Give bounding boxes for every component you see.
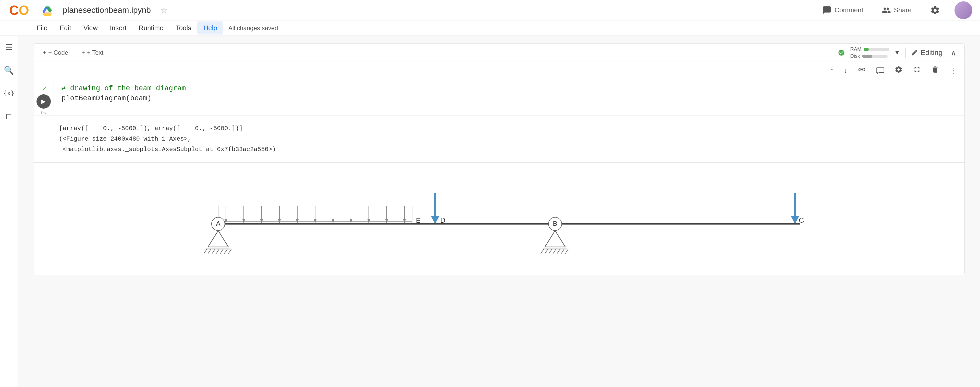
move-up-button[interactable]: ↑ [828, 65, 836, 76]
people-icon [882, 6, 891, 15]
sidebar: ☰ 🔍 {x} □ [0, 36, 18, 387]
svg-text:D: D [440, 216, 445, 224]
svg-marker-51 [791, 216, 799, 224]
sidebar-menu-icon[interactable]: ☰ [3, 41, 15, 54]
svg-line-43 [553, 249, 556, 254]
expand-cell-button[interactable] [910, 64, 924, 77]
toolbar-right: RAM Disk ▼ [838, 46, 959, 59]
svg-marker-15 [332, 219, 334, 223]
svg-line-35 [228, 249, 231, 254]
notebook-title: planesectionbeam.ipynb [63, 5, 151, 15]
svg-text:A: A [216, 219, 221, 227]
ram-progress-fill [864, 48, 869, 51]
svg-text:C: C [799, 216, 804, 224]
link-icon [858, 66, 866, 74]
svg-marker-27 [208, 230, 228, 247]
logo-o: O [19, 3, 29, 18]
notebook: + + Code + + Text RAM [18, 36, 980, 387]
svg-line-29 [204, 249, 207, 254]
cell-content[interactable]: # drawing of the beam diagram plotBeamDi… [54, 79, 964, 115]
settings-icon [930, 5, 940, 15]
svg-marker-19 [368, 219, 370, 223]
svg-line-33 [220, 249, 223, 254]
settings-button[interactable] [926, 3, 944, 18]
code-comment: # drawing of the beam diagram [62, 84, 957, 92]
main-layout: ☰ 🔍 {x} □ + + Code + + Text [0, 36, 980, 387]
comment-button[interactable]: Comment [818, 3, 867, 17]
menu-insert[interactable]: Insert [104, 21, 133, 35]
svg-marker-38 [545, 230, 565, 247]
disk-progress-bg [862, 55, 888, 58]
expand-icon [913, 66, 921, 74]
svg-line-30 [208, 249, 211, 254]
svg-marker-9 [278, 219, 280, 223]
link-button[interactable] [855, 64, 869, 77]
svg-marker-11 [296, 219, 298, 223]
ram-row: RAM [850, 46, 889, 52]
beam-diagram-svg: A E B [52, 173, 945, 260]
plus-text-icon: + [81, 49, 85, 56]
changes-saved: All changes saved [228, 24, 278, 32]
plus-code-icon: + [43, 49, 46, 56]
separator [905, 48, 906, 58]
collapse-button[interactable]: ∧ [948, 47, 959, 58]
pencil-icon [911, 49, 918, 56]
share-label: Share [894, 6, 912, 14]
sidebar-variables-icon[interactable]: {x} [3, 87, 15, 100]
sidebar-files-icon[interactable]: □ [3, 110, 15, 123]
comment-cell-icon [876, 66, 884, 74]
svg-marker-23 [404, 219, 406, 223]
add-code-button[interactable]: + + Code [38, 47, 72, 58]
add-comment-button[interactable] [873, 64, 887, 77]
menu-runtime[interactable]: Runtime [133, 21, 170, 35]
comment-label: Comment [835, 6, 863, 14]
avatar[interactable] [955, 1, 972, 19]
svg-marker-13 [314, 219, 316, 223]
settings-cell-icon [894, 66, 903, 74]
cell-time: 0s [41, 110, 46, 115]
move-down-button[interactable]: ↓ [842, 65, 850, 76]
svg-line-32 [216, 249, 219, 254]
editing-label: Editing [911, 49, 942, 57]
svg-line-34 [224, 249, 228, 254]
disk-row: Disk [850, 53, 888, 59]
dropdown-arrow[interactable]: ▼ [894, 49, 900, 56]
menu-file[interactable]: File [30, 21, 54, 35]
menubar: File Edit View Insert Runtime Tools Help… [0, 21, 980, 36]
svg-marker-5 [243, 219, 245, 223]
connected-indicator [838, 49, 845, 56]
svg-marker-17 [350, 219, 352, 223]
add-text-button[interactable]: + + Text [77, 47, 107, 58]
topbar: CO planesectionbeam.ipynb ☆ Comment Shar… [0, 0, 980, 21]
svg-line-41 [545, 249, 548, 254]
menu-view[interactable]: View [77, 21, 104, 35]
star-icon[interactable]: ☆ [161, 6, 167, 14]
output-text: [array([ 0., -5000.]), array([ 0., -5000… [59, 123, 954, 155]
cell-gutter: ✓ ▶ 0s [33, 79, 54, 115]
svg-line-42 [549, 249, 552, 254]
cell-checkmark: ✓ [40, 84, 48, 93]
svg-line-31 [212, 249, 215, 254]
cell-settings-button[interactable] [892, 64, 905, 77]
ram-label: RAM [850, 46, 861, 52]
add-code-label: + Code [48, 49, 68, 56]
ram-disk-indicator: RAM Disk [850, 46, 889, 59]
google-drive-icon [41, 4, 54, 17]
delete-cell-button[interactable] [929, 64, 942, 77]
notebook-toolbar: + + Code + + Text RAM [33, 43, 965, 62]
svg-marker-7 [261, 219, 262, 223]
sidebar-search-icon[interactable]: 🔍 [3, 64, 15, 77]
run-button[interactable]: ▶ [37, 94, 51, 109]
toolbar-left: + + Code + + Text [38, 47, 107, 58]
menu-tools[interactable]: Tools [169, 21, 197, 35]
more-options-button[interactable]: ⋮ [947, 65, 959, 76]
disk-label: Disk [850, 53, 860, 59]
cell-action-bar: ↑ ↓ [33, 62, 965, 79]
code-statement: plotBeamDiagram(beam) [62, 94, 957, 102]
add-text-label: + Text [87, 49, 103, 56]
output-area: [array([ 0., -5000.]), array([ 0., -5000… [33, 116, 965, 163]
share-button[interactable]: Share [878, 3, 916, 17]
svg-marker-48 [431, 216, 439, 224]
menu-edit[interactable]: Edit [54, 21, 77, 35]
menu-help[interactable]: Help [197, 21, 223, 35]
